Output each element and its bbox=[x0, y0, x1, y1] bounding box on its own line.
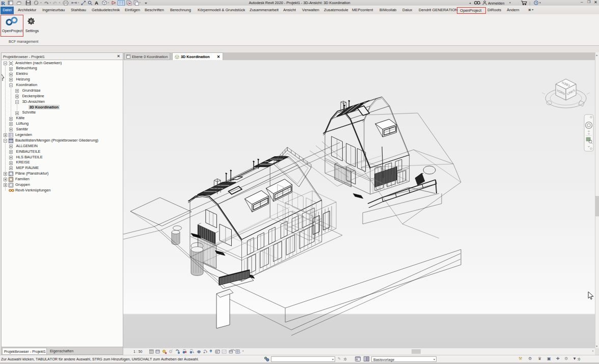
svg-text:?: ? bbox=[535, 2, 537, 5]
